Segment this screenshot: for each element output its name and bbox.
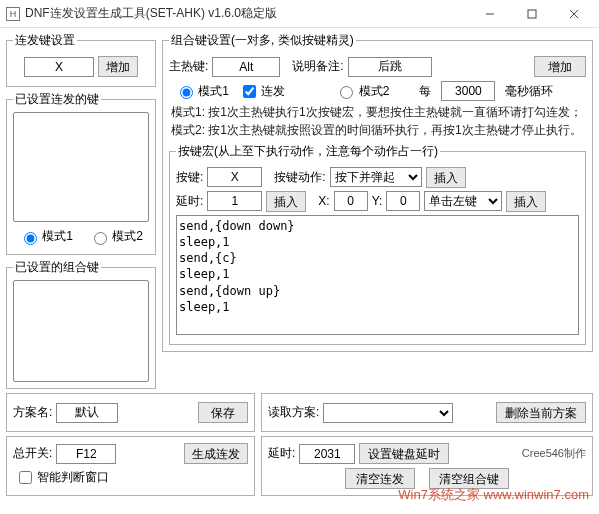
- repeat-mode1-radio[interactable]: 模式1: [19, 228, 73, 245]
- window-title: DNF连发设置生成工具(SET-AHK) v1.6.0稳定版: [25, 5, 469, 22]
- macro-group: 按键宏(从上至下执行动作，注意每个动作占一行) 按键: 按键动作: 按下并弹起 …: [169, 143, 586, 345]
- global-delay-input[interactable]: [299, 444, 355, 464]
- plan-save-button[interactable]: 保存: [198, 402, 248, 423]
- app-icon: H: [6, 7, 20, 21]
- svg-rect-1: [528, 10, 536, 18]
- main-switch-input[interactable]: [56, 444, 116, 464]
- read-plan-select[interactable]: [323, 403, 453, 423]
- mode-info-1: 模式1: 按1次主热键执行1次按键宏，要想按住主热键就一直循环请打勾连发；: [171, 104, 584, 121]
- global-delay-box: _ 延时: 设置键盘延时 Cree546制作 清空连发 清空组合键: [261, 436, 593, 496]
- combo-config-group: 组合键设置(一对多, 类似按键精灵) 主热键: 说明备注: 增加 模式1 连发: [162, 32, 593, 352]
- plan-delete-button[interactable]: 删除当前方案: [496, 402, 586, 423]
- plan-name-label: 方案名:: [13, 404, 52, 421]
- macro-group-title: 按键宏(从上至下执行动作，注意每个动作占一行): [176, 143, 440, 160]
- macro-key-input[interactable]: [207, 167, 262, 187]
- combo-config-group-title: 组合键设置(一对多, 类似按键精灵): [169, 32, 356, 49]
- repeat-mode2-radio[interactable]: 模式2: [89, 228, 143, 245]
- repeat-key-group: 连发键设置 增加: [6, 32, 156, 87]
- combo-set-group-title: 已设置的组合键: [13, 259, 101, 276]
- main-switch-box: _ 总开关: 生成连发 智能判断窗口: [6, 436, 255, 496]
- combo-add-button[interactable]: 增加: [534, 56, 586, 77]
- close-button[interactable]: [553, 1, 595, 27]
- combo-mode2-radio[interactable]: 模式2: [335, 83, 389, 100]
- read-plan-box: _ 读取方案: 删除当前方案: [261, 393, 593, 432]
- combo-mode1-radio[interactable]: 模式1: [175, 83, 229, 100]
- x-label: X:: [318, 194, 329, 208]
- main-hotkey-label: 主热键:: [169, 58, 208, 75]
- set-kbd-delay-button[interactable]: 设置键盘延时: [359, 443, 449, 464]
- macro-action-label: 按键动作:: [274, 169, 325, 186]
- repeat-keys-list[interactable]: [13, 112, 149, 222]
- smart-window-check[interactable]: 智能判断窗口: [15, 468, 109, 487]
- macro-key-label: 按键:: [176, 169, 203, 186]
- repeat-add-button[interactable]: 增加: [98, 56, 138, 77]
- repeat-check-label: 连发: [261, 83, 285, 97]
- macro-textarea[interactable]: [176, 215, 579, 335]
- x-input[interactable]: [334, 191, 368, 211]
- clear-combo-button[interactable]: 清空组合键: [429, 468, 509, 489]
- combo-mode1-label: 模式1: [198, 84, 229, 98]
- plan-name-input[interactable]: [56, 403, 118, 423]
- combo-keys-list[interactable]: [13, 280, 149, 382]
- smart-window-label: 智能判断窗口: [37, 470, 109, 484]
- repeat-key-input[interactable]: [24, 57, 94, 77]
- main-hotkey-input[interactable]: [212, 57, 280, 77]
- macro-delay-insert-button[interactable]: 插入: [266, 191, 306, 212]
- plan-box: _ 方案名: 保存: [6, 393, 255, 432]
- macro-delay-input[interactable]: [207, 191, 262, 211]
- every-input[interactable]: [441, 81, 495, 101]
- maximize-button[interactable]: [511, 1, 553, 27]
- mode2-label: 模式2: [112, 229, 143, 243]
- desc-label: 说明备注:: [292, 58, 343, 75]
- y-label: Y:: [372, 194, 383, 208]
- macro-click-insert-button[interactable]: 插入: [506, 191, 546, 212]
- desc-input[interactable]: [348, 57, 432, 77]
- every-unit: 毫秒循环: [505, 83, 553, 100]
- global-delay-label: 延时:: [268, 445, 295, 462]
- minimize-button[interactable]: [469, 1, 511, 27]
- main-switch-label: 总开关:: [13, 445, 52, 462]
- macro-delay-label: 延时:: [176, 193, 203, 210]
- generate-button[interactable]: 生成连发: [184, 443, 248, 464]
- every-label: 每: [419, 83, 431, 100]
- repeat-set-group: 已设置连发的键 模式1 模式2: [6, 91, 156, 255]
- combo-set-group: 已设置的组合键: [6, 259, 156, 389]
- read-plan-label: 读取方案:: [268, 404, 319, 421]
- combo-mode2-label: 模式2: [359, 84, 390, 98]
- mode-info-2: 模式2: 按1次主热键就按照设置的时间循环执行，再按1次主热键才停止执行。: [171, 122, 584, 139]
- clear-repeat-button[interactable]: 清空连发: [345, 468, 415, 489]
- titlebar: H DNF连发设置生成工具(SET-AHK) v1.6.0稳定版: [0, 0, 599, 28]
- credit-text: Cree546制作: [522, 446, 586, 461]
- repeat-set-group-title: 已设置连发的键: [13, 91, 101, 108]
- macro-action-select[interactable]: 按下并弹起: [330, 167, 422, 187]
- mode1-label: 模式1: [42, 229, 73, 243]
- macro-key-insert-button[interactable]: 插入: [426, 167, 466, 188]
- y-input[interactable]: [386, 191, 420, 211]
- click-select[interactable]: 单击左键: [424, 191, 502, 211]
- combo-repeat-check[interactable]: 连发: [239, 82, 285, 101]
- repeat-key-group-title: 连发键设置: [13, 32, 77, 49]
